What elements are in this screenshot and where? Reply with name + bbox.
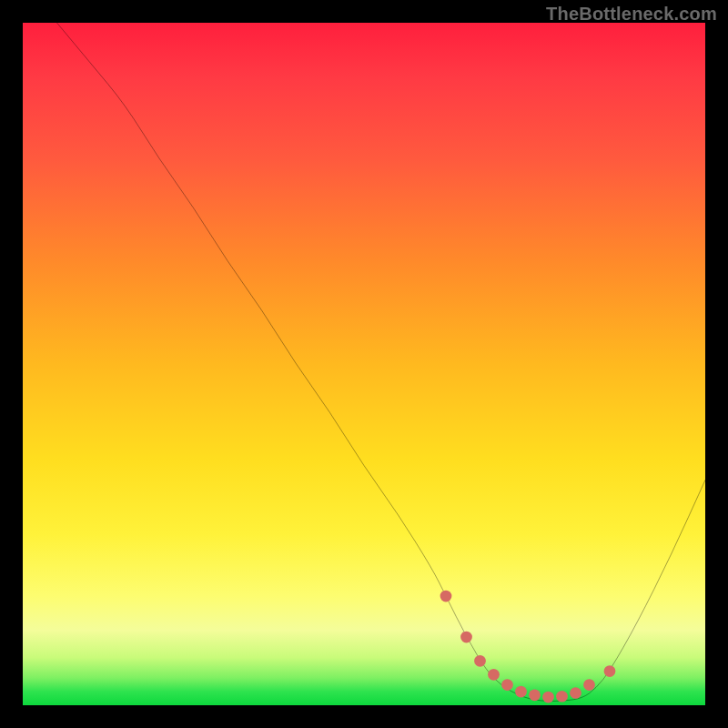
curve-layer [23, 23, 705, 705]
marker-dot [460, 632, 472, 643]
marker-dot [604, 665, 616, 677]
marker-dot [570, 687, 581, 699]
plot-area [23, 23, 705, 705]
minimum-markers [440, 591, 616, 703]
marker-dot [515, 686, 527, 698]
marker-dot [474, 655, 486, 667]
marker-dot [440, 591, 452, 602]
marker-dot [529, 689, 541, 701]
marker-dot [583, 679, 595, 691]
marker-dot [556, 691, 568, 703]
marker-dot [501, 679, 513, 691]
chart-stage: TheBottleneck.com [0, 0, 728, 728]
marker-dot [488, 669, 500, 681]
marker-dot [542, 692, 554, 703]
watermark-text: TheBottleneck.com [546, 4, 717, 25]
bottleneck-curve [57, 23, 706, 702]
